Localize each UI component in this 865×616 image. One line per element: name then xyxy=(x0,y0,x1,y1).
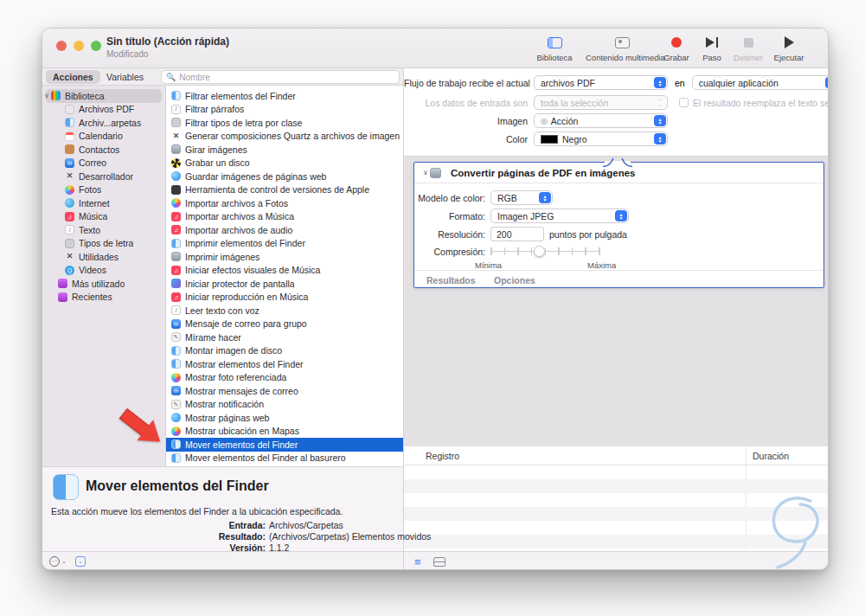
disclosure-chevron-icon[interactable]: ∨ xyxy=(421,169,430,176)
action-menu-button[interactable]: ⋯ ⌄ xyxy=(49,556,67,567)
image-select[interactable]: ◎ Acción ▲▼ xyxy=(534,113,668,128)
sidebar-item[interactable]: Música xyxy=(42,210,165,224)
resolution-input[interactable]: 200 xyxy=(490,227,544,241)
sidebar-item[interactable]: Archiv...arpetas xyxy=(42,116,165,130)
fontbook-icon xyxy=(171,118,181,127)
pencil-icon xyxy=(171,332,181,342)
sidebar-item[interactable]: Más utilizado xyxy=(42,277,165,291)
sidebar-item[interactable]: Fotos xyxy=(42,183,165,197)
mail-icon xyxy=(171,319,181,329)
action-list-item[interactable]: Herramienta de control de versiones de A… xyxy=(166,183,403,197)
action-item-label: Mover elementos del Finder xyxy=(185,440,298,450)
action-list-item[interactable]: Iniciar protector de pantalla xyxy=(166,277,403,291)
action-list-item[interactable]: Mostrar foto referenciada xyxy=(166,371,403,385)
input-field-value: Archivos/Carpetas xyxy=(269,520,343,530)
sidebar-item-label: Contactos xyxy=(79,144,119,155)
sidebar-item[interactable]: Desarrollador xyxy=(42,170,165,183)
action-list-item[interactable]: Mover elementos del Finder al basurero xyxy=(166,452,403,465)
zoom-button[interactable] xyxy=(91,41,101,51)
compression-slider[interactable] xyxy=(490,245,599,259)
action-list-item[interactable]: Mostrar notificación xyxy=(166,398,403,412)
action-list-item[interactable]: Mensaje de correo para grupo xyxy=(166,318,403,331)
sidebar-item[interactable]: Contactos xyxy=(42,143,165,157)
description-toggle-button[interactable]: ⌄ xyxy=(75,556,86,567)
sidebar-item[interactable]: Calendario xyxy=(42,130,165,144)
application-select[interactable]: cualquier aplicación ▲▼ xyxy=(692,75,829,90)
sidebar-item[interactable]: ∨Biblioteca xyxy=(42,89,165,103)
action-list-item[interactable]: Importar archivos a Música xyxy=(166,210,403,224)
slider-tick xyxy=(599,247,600,255)
action-item-label: Montar imagen de disco xyxy=(185,345,282,356)
library-sidebar: ∨BibliotecaArchivos PDFArchiv...arpetasC… xyxy=(42,86,165,466)
action-item-label: Mensaje de correo para grupo xyxy=(185,318,307,329)
color-model-label: Modelo de color: xyxy=(414,193,485,203)
action-list-item[interactable]: Mostrar páginas web xyxy=(166,411,403,425)
action-list-item[interactable]: Mover elementos del Finder xyxy=(166,438,403,452)
action-list-item[interactable]: Mírame hacer xyxy=(166,330,403,344)
action-list-item[interactable]: Guardar imágenes de páginas web xyxy=(166,170,403,183)
action-list-item[interactable]: Iniciar efectos visuales de Música xyxy=(166,264,403,278)
sidebar-item-label: Biblioteca xyxy=(65,91,105,101)
log-col-duracion[interactable]: Duración xyxy=(753,451,789,461)
tab-acciones[interactable]: Acciones xyxy=(46,70,100,84)
log-list-view-icon[interactable]: ≡ xyxy=(414,555,421,568)
action-list-item[interactable]: Leer texto con voz xyxy=(166,304,403,318)
action-list-item[interactable]: Importar archivos de audio xyxy=(166,223,403,237)
replace-text-checkbox[interactable] xyxy=(679,98,689,107)
run-button[interactable]: Ejecutar xyxy=(769,34,809,62)
action-list-item[interactable]: Girar imágenes xyxy=(166,143,403,157)
action-list-item[interactable]: Filtrar tipos de letra por clase xyxy=(166,116,403,130)
action-glyph-icon: ◎ xyxy=(541,117,548,125)
sidebar-item[interactable]: Tipos de letra xyxy=(42,237,165,251)
color-model-select[interactable]: RGB ▲▼ xyxy=(490,190,553,205)
tab-variables[interactable]: Variables xyxy=(99,70,151,84)
sidebar-item[interactable]: Internet xyxy=(42,196,165,210)
action-list-item[interactable]: Mostrar ubicación en Mapas xyxy=(166,425,403,439)
log-panes-view-icon[interactable] xyxy=(433,557,445,567)
color-select[interactable]: Negro ▲▼ xyxy=(534,132,668,146)
input-type-select[interactable]: archivos PDF ▲▼ xyxy=(534,75,668,90)
media-button[interactable]: Contenido multimedia xyxy=(586,34,658,62)
search-input[interactable] xyxy=(179,73,394,82)
action-list-item[interactable]: Importar archivos a Fotos xyxy=(166,196,403,210)
format-select[interactable]: Imagen JPEG ▲▼ xyxy=(490,209,629,223)
action-list-item[interactable]: Imprimir imágenes xyxy=(166,250,403,264)
action-list-item[interactable]: Mostrar mensajes de correo xyxy=(166,384,403,398)
chevron-down-icon[interactable]: ∨ xyxy=(42,92,51,99)
slider-tick xyxy=(490,247,492,255)
sidebar-item[interactable]: Recientes xyxy=(42,291,165,305)
minimize-button[interactable] xyxy=(74,41,84,51)
compression-label: Compresión: xyxy=(414,247,485,257)
search-field[interactable]: 🔍 xyxy=(161,70,400,84)
action-item-label: Imprimir imágenes xyxy=(185,252,260,262)
action-list-item[interactable]: Grabar un disco xyxy=(166,157,403,170)
sidebar-item[interactable]: Texto xyxy=(42,223,165,237)
black-swatch xyxy=(541,135,558,144)
action-list-item[interactable]: Generar composiciones Quartz a archivos … xyxy=(166,130,403,144)
sidebar-item[interactable]: Correo xyxy=(42,157,165,170)
record-button[interactable]: Grabar xyxy=(658,34,695,62)
action-list-item[interactable]: Filtrar párrafos xyxy=(166,103,403,117)
log-col-registro[interactable]: Registro xyxy=(426,451,459,461)
sidebar-item[interactable]: Videos xyxy=(42,264,165,278)
xtool-icon xyxy=(65,252,74,261)
sidebar-item-label: Texto xyxy=(79,225,100,235)
action-list-item[interactable]: Iniciar reproducción en Música xyxy=(166,291,403,305)
panel-header[interactable]: ∨ Convertir páginas de PDF en imágenes xyxy=(414,163,823,183)
close-button[interactable] xyxy=(56,41,67,51)
sidebar-item[interactable]: Archivos PDF xyxy=(42,103,165,117)
step-button[interactable]: Paso xyxy=(696,34,727,62)
action-list-item[interactable]: Filtrar elementos del Finder xyxy=(166,89,403,103)
photos-icon xyxy=(65,185,74,195)
action-item-label: Filtrar párrafos xyxy=(185,104,244,114)
slider-knob[interactable] xyxy=(534,246,545,257)
finder-icon xyxy=(171,453,181,463)
action-list-item[interactable]: Montar imagen de disco xyxy=(166,344,403,358)
results-link[interactable]: Resultados xyxy=(426,275,476,286)
action-list-item[interactable]: Imprimir elementos del Finder xyxy=(166,237,403,251)
options-link[interactable]: Opciones xyxy=(494,275,535,286)
action-list-item[interactable]: Mostrar elementos del Finder xyxy=(166,357,403,371)
library-button[interactable]: Biblioteca xyxy=(518,34,591,62)
chevron-updown-icon: ▲▼ xyxy=(654,115,666,126)
sidebar-item[interactable]: Utilidades xyxy=(42,250,165,264)
